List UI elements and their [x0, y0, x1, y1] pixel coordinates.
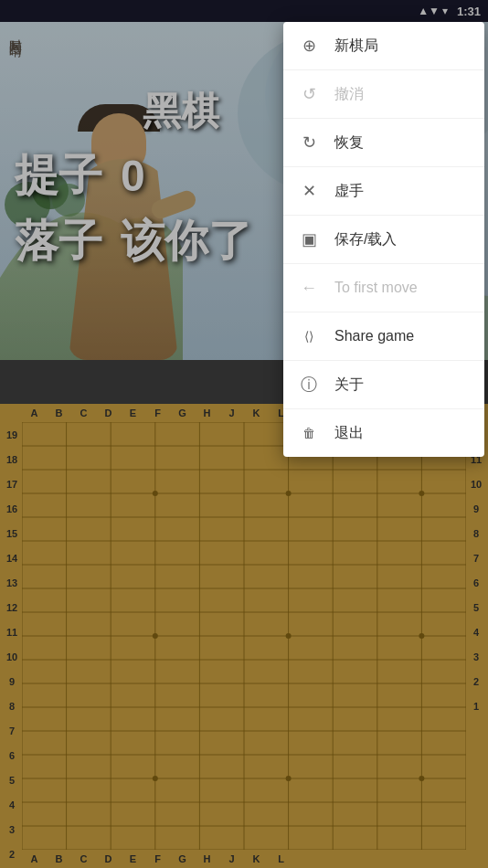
first-move-label: To first move: [334, 280, 418, 296]
menu-item-pass[interactable]: ✕ 虚手: [283, 167, 484, 216]
first-move-icon: ←: [298, 277, 320, 299]
menu-item-quit[interactable]: 🗑 退出: [283, 409, 484, 457]
menu-item-first-move[interactable]: ← To first move: [283, 264, 484, 312]
menu-item-about[interactable]: ⓘ 关于: [283, 361, 484, 409]
new-game-icon: ⊕: [298, 35, 320, 57]
menu-item-share[interactable]: ⟨⟩ Share game: [283, 312, 484, 361]
pass-label: 虚手: [334, 182, 364, 201]
share-label: Share game: [334, 328, 414, 344]
menu-item-save-load[interactable]: ▣ 保存/载入: [283, 216, 484, 264]
save-load-label: 保存/载入: [334, 230, 397, 249]
new-game-label: 新棋局: [334, 37, 378, 56]
redo-label: 恢复: [334, 133, 364, 153]
redo-icon: ↻: [298, 132, 320, 153]
menu-item-new-game[interactable]: ⊕ 新棋局: [283, 22, 484, 70]
undo-label: 撤消: [334, 85, 364, 104]
quit-label: 退出: [334, 424, 364, 443]
share-icon: ⟨⟩: [298, 325, 320, 347]
menu-item-undo[interactable]: ↺ 撤消: [283, 70, 484, 119]
save-load-icon: ▣: [298, 228, 320, 250]
dropdown-menu: ⊕ 新棋局 ↺ 撤消 ↻ 恢复 ✕ 虚手 ▣ 保存/载入 ← To first …: [283, 22, 484, 457]
about-icon: ⓘ: [298, 374, 320, 396]
pass-icon: ✕: [298, 180, 320, 202]
menu-item-redo[interactable]: ↻ 恢复: [283, 119, 484, 167]
quit-icon: 🗑: [298, 422, 320, 444]
undo-icon: ↺: [298, 83, 320, 105]
about-label: 关于: [334, 376, 364, 395]
